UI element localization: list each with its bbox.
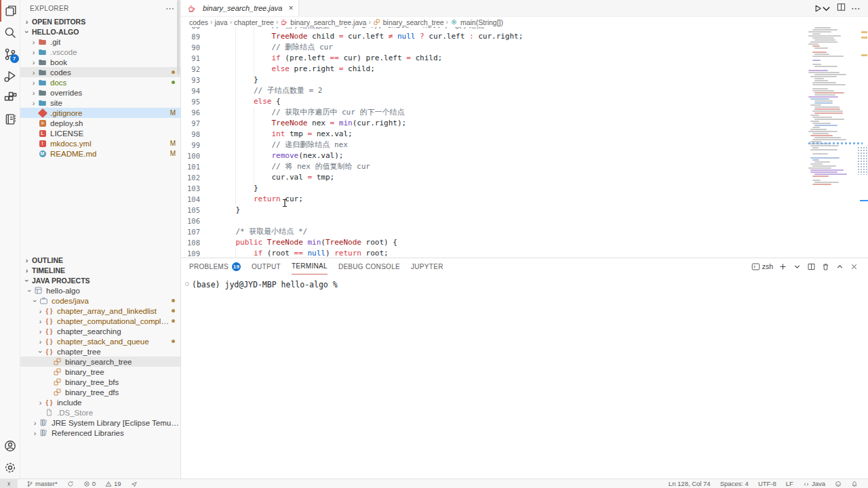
section-outline[interactable]: › OUTLINE bbox=[20, 255, 180, 265]
status-notifications-bell[interactable] bbox=[846, 479, 863, 488]
breadcrumb-item[interactable]: main(String[]) bbox=[450, 18, 503, 26]
line-number[interactable]: 89 bbox=[181, 31, 208, 42]
tab-close-icon[interactable]: × bbox=[288, 3, 293, 13]
line-number[interactable]: 103 bbox=[181, 183, 208, 194]
line-number[interactable]: 109 bbox=[181, 248, 208, 258]
panel-tab-problems[interactable]: PROBLEMS19 bbox=[189, 258, 241, 274]
tree-item--ds-store[interactable]: ›.DS_Store bbox=[20, 407, 180, 418]
tree-item--git[interactable]: ›.git bbox=[20, 37, 180, 47]
code-line-109[interactable]: 109if (root == null) return root; bbox=[181, 248, 807, 258]
status-feedback-smiley[interactable] bbox=[830, 479, 846, 488]
editor-more-actions-button[interactable]: ⋯ bbox=[851, 3, 861, 14]
status-language-mode[interactable]: Java bbox=[798, 479, 830, 488]
line-number[interactable]: 108 bbox=[181, 237, 208, 248]
line-number[interactable]: 104 bbox=[181, 194, 208, 205]
activity-notebook-icon[interactable] bbox=[0, 108, 20, 130]
activity-settings-gear-icon[interactable] bbox=[0, 457, 20, 479]
panel-tab-output[interactable]: OUTPUT bbox=[252, 258, 281, 274]
activity-explorer-icon[interactable] bbox=[0, 0, 20, 22]
tree-item-jre-system-library-eclipse-temurin-17-17-[interactable]: ›JRE System Library [Eclipse Temurin 17 … bbox=[20, 418, 180, 428]
status-eol[interactable]: LF bbox=[781, 479, 798, 488]
line-number[interactable]: 92 bbox=[181, 64, 208, 75]
line-number[interactable]: 90 bbox=[181, 42, 208, 53]
code-line-100[interactable]: 100remove(nex.val); bbox=[181, 150, 807, 161]
tree-item-hello-algo[interactable]: ›hello-algo bbox=[20, 285, 180, 296]
line-number[interactable]: 96 bbox=[181, 107, 208, 118]
status-java-run-status[interactable] bbox=[126, 479, 142, 488]
tree-item-chapter-array-and-linkedlist[interactable]: ›{ }chapter_array_and_linkedlist bbox=[20, 306, 180, 316]
breadcrumb-item[interactable]: binary_search_tree bbox=[373, 18, 444, 26]
tree-item-overrides[interactable]: ›overrides bbox=[20, 87, 180, 98]
line-number[interactable]: 101 bbox=[181, 161, 208, 172]
breadcrumb-item[interactable]: codes bbox=[189, 18, 208, 26]
code-line-101[interactable]: 101// 将 nex 的值复制给 cur bbox=[181, 161, 807, 172]
split-terminal-button[interactable] bbox=[807, 262, 816, 271]
kill-terminal-button[interactable] bbox=[821, 262, 830, 271]
breadcrumb-item[interactable]: chapter_tree bbox=[234, 18, 274, 26]
status-git-branch-status[interactable]: master* bbox=[22, 479, 62, 488]
close-panel-button[interactable] bbox=[850, 262, 859, 271]
code-line-93[interactable]: 93} bbox=[181, 75, 807, 85]
tree-item-chapter-searching[interactable]: ›{ }chapter_searching bbox=[20, 326, 180, 336]
section-java-projects[interactable]: › JAVA PROJECTS bbox=[20, 275, 180, 285]
tree-item-chapter-stack-and-queue[interactable]: ›{ }chapter_stack_and_queue bbox=[20, 336, 180, 346]
tree-item-site[interactable]: ›site bbox=[20, 98, 180, 108]
tab-binary-search-tree[interactable]: binary_search_tree.java × bbox=[181, 0, 299, 16]
section-timeline[interactable]: › TIMELINE bbox=[20, 265, 180, 275]
line-number[interactable]: 102 bbox=[181, 172, 208, 183]
code-line-94[interactable]: 94// 子结点数量 = 2 bbox=[181, 85, 807, 96]
code-editor[interactable]: 88// 当子结点数量 = 0 / 1 时, child = null / 该子… bbox=[181, 27, 868, 258]
tree-item-include[interactable]: ›{ }include bbox=[20, 397, 180, 407]
tree-item-binary-tree-bfs[interactable]: ›binary_tree_bfs bbox=[20, 377, 180, 387]
activity-run-and-debug-icon[interactable] bbox=[0, 65, 20, 87]
section-open-editors[interactable]: › OPEN EDITORS bbox=[20, 16, 180, 26]
tree-item-mkdocs-yml[interactable]: ›!mkdocs.ymlM bbox=[20, 138, 180, 148]
new-terminal-button[interactable] bbox=[778, 262, 787, 271]
code-line-103[interactable]: 103} bbox=[181, 183, 807, 194]
tree-item-book[interactable]: ›book bbox=[20, 57, 180, 67]
tree-item-docs[interactable]: ›docs bbox=[20, 77, 180, 87]
tree-item-license[interactable]: ›LLICENSE bbox=[20, 128, 180, 138]
terminal-profile-icon[interactable]: zsh bbox=[751, 262, 773, 271]
tree-item--vscode[interactable]: ›.vscode bbox=[20, 47, 180, 57]
code-line-96[interactable]: 96// 获取中序遍历中 cur 的下一个结点 bbox=[181, 107, 807, 118]
split-editor-button[interactable] bbox=[836, 2, 846, 15]
line-number[interactable]: 99 bbox=[181, 140, 208, 150]
code-line-91[interactable]: 91if (pre.left == cur) pre.left = child; bbox=[181, 53, 807, 64]
code-line-90[interactable]: 90// 删除结点 cur bbox=[181, 42, 807, 53]
panel-tab-terminal[interactable]: TERMINAL bbox=[292, 258, 328, 274]
tree-item--gitignore[interactable]: ›.gitignoreM bbox=[20, 108, 180, 118]
code-line-104[interactable]: 104return cur; bbox=[181, 194, 807, 205]
tree-item-readme-md[interactable]: ›MREADME.mdM bbox=[20, 148, 180, 159]
code-line-106[interactable]: 106 bbox=[181, 216, 807, 226]
activity-account-icon[interactable] bbox=[0, 435, 20, 457]
code-line-107[interactable]: 107/* 获取最小结点 */ bbox=[181, 226, 807, 237]
tree-item-referenced-libraries[interactable]: ›Referenced Libraries bbox=[20, 428, 180, 438]
terminal-profiles-dropdown-icon[interactable] bbox=[793, 262, 802, 271]
activity-source-control-icon[interactable]: 7 bbox=[0, 43, 20, 65]
code-line-105[interactable]: 105} bbox=[181, 205, 807, 216]
tree-item-codes[interactable]: ›codes bbox=[20, 67, 180, 77]
line-number[interactable]: 98 bbox=[181, 129, 208, 140]
status-indentation[interactable]: Spaces: 4 bbox=[715, 479, 753, 488]
section-hello-algo[interactable]: › HELLO-ALGO bbox=[20, 26, 180, 37]
sidebar-scrollbar[interactable] bbox=[177, 0, 180, 75]
line-number[interactable]: 100 bbox=[181, 150, 208, 161]
status-remote-indicator[interactable] bbox=[0, 479, 18, 488]
run-java-button[interactable] bbox=[812, 3, 831, 14]
activity-search-icon[interactable] bbox=[0, 22, 20, 43]
line-number[interactable]: 106 bbox=[181, 216, 208, 226]
tree-item-binary-tree-dfs[interactable]: ›binary_tree_dfs bbox=[20, 387, 180, 397]
code-line-98[interactable]: 98int tmp = nex.val; bbox=[181, 129, 807, 140]
activity-extensions-icon[interactable] bbox=[0, 87, 20, 108]
tree-item-codes-java[interactable]: ›codes/java bbox=[20, 296, 180, 306]
tree-item-chapter-computational-complexity[interactable]: ›{ }chapter_computational_complexity bbox=[20, 316, 180, 326]
code-line-97[interactable]: 97TreeNode nex = min(cur.right); bbox=[181, 118, 807, 129]
code-line-89[interactable]: 89TreeNode child = cur.left ≠ null ? cur… bbox=[181, 31, 807, 42]
tree-item-binary-tree[interactable]: ›binary_tree bbox=[20, 367, 180, 377]
panel-tab-debug-console[interactable]: DEBUG CONSOLE bbox=[338, 258, 400, 274]
code-line-99[interactable]: 99// 递归删除结点 nex bbox=[181, 140, 807, 150]
line-number[interactable]: 107 bbox=[181, 226, 208, 237]
status-encoding[interactable]: UTF-8 bbox=[753, 479, 781, 488]
maximize-panel-button[interactable] bbox=[835, 262, 844, 271]
